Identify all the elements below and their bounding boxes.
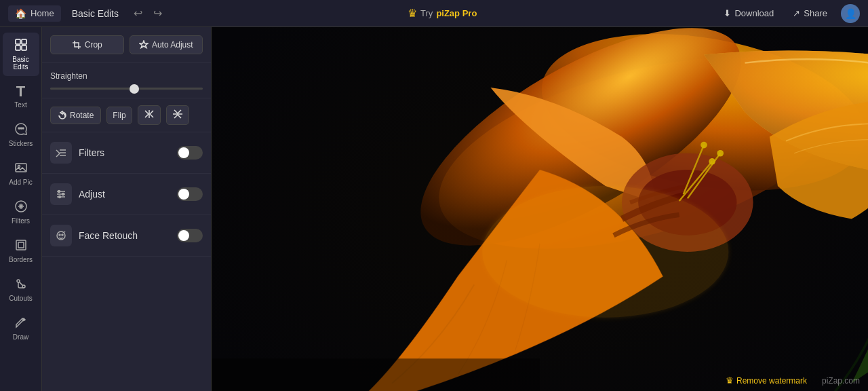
- transform-row: Rotate Flip: [42, 98, 211, 132]
- face-retouch-toggle-item[interactable]: Face Retouch: [42, 215, 211, 257]
- adjust-toggle-item[interactable]: Adjust: [42, 174, 211, 215]
- sidebar-item-draw[interactable]: Draw: [3, 310, 39, 346]
- sidebar-item-stickers[interactable]: Stickers: [3, 117, 39, 153]
- sidebar-label-stickers: Stickers: [9, 140, 33, 147]
- icon-sidebar: Basic Edits T Text Stickers: [0, 27, 42, 391]
- undo-redo-group: ↩ ↪: [130, 5, 166, 21]
- filters-icon-box: [50, 142, 72, 164]
- share-label: Share: [804, 8, 827, 18]
- invert-button[interactable]: [166, 105, 189, 125]
- face-retouch-icon-box: [50, 225, 72, 246]
- remove-watermark-label: Remove watermark: [736, 376, 807, 386]
- canvas-area: piZap.com ♛ Remove watermark: [212, 27, 868, 391]
- home-label: Home: [31, 8, 54, 18]
- crown-icon: ♛: [408, 7, 417, 20]
- filters-toggle-item[interactable]: Filters: [42, 132, 211, 174]
- borders-icon: [14, 238, 28, 254]
- share-icon: ↗: [793, 8, 800, 18]
- face-retouch-icon: [55, 229, 67, 242]
- download-button[interactable]: ⬇ Download: [718, 5, 779, 21]
- pizap-pro-label: piZap Pro: [436, 8, 477, 18]
- sidebar-item-cutouts[interactable]: Cutouts: [3, 272, 39, 308]
- undo-button[interactable]: ↩: [130, 5, 146, 21]
- adjust-toggle-knob: [178, 189, 189, 200]
- crop-button[interactable]: Crop: [50, 35, 124, 54]
- filters-label: Filters: [79, 147, 170, 158]
- share-button[interactable]: ↗ Share: [787, 5, 833, 21]
- sidebar-item-text[interactable]: T Text: [3, 79, 39, 114]
- svg-point-25: [62, 234, 63, 236]
- sidebar-label-text: Text: [14, 101, 26, 109]
- crown-small-icon: ♛: [726, 375, 734, 386]
- svg-point-12: [17, 280, 20, 282]
- svg-point-39: [482, 186, 728, 318]
- top-buttons: Crop Auto Adjust: [42, 27, 211, 63]
- svg-point-37: [709, 158, 715, 165]
- sidebar-label-add-pic: Add Pic: [9, 179, 32, 186]
- sidebar-item-borders[interactable]: Borders: [3, 233, 39, 269]
- face-retouch-toggle[interactable]: [177, 229, 203, 242]
- straighten-label: Straighten: [50, 71, 203, 81]
- sidebar-item-add-pic[interactable]: Add Pic: [3, 155, 39, 191]
- home-button[interactable]: 🏠 Home: [8, 5, 61, 22]
- svg-rect-1: [22, 39, 26, 44]
- svg-rect-2: [16, 45, 20, 50]
- draw-icon: [14, 316, 28, 331]
- header-left: 🏠 Home Basic Edits ↩ ↪: [8, 5, 166, 22]
- page-title: Basic Edits: [72, 8, 119, 19]
- flower-image: [212, 27, 868, 391]
- adjust-icon: [55, 188, 67, 200]
- svg-rect-10: [16, 240, 26, 250]
- svg-point-4: [18, 128, 20, 129]
- auto-adjust-button[interactable]: Auto Adjust: [130, 35, 203, 54]
- panel: Crop Auto Adjust Straighten Rotate: [42, 27, 212, 391]
- filters-icon: [55, 147, 67, 159]
- home-icon: 🏠: [15, 8, 26, 19]
- svg-rect-11: [18, 242, 24, 248]
- download-icon: ⬇: [724, 8, 731, 18]
- svg-rect-0: [16, 39, 20, 44]
- pro-badge[interactable]: ♛ Try piZap Pro: [408, 7, 477, 20]
- add-pic-icon: [14, 161, 28, 176]
- svg-rect-38: [212, 358, 540, 391]
- sidebar-label-filters: Filters: [12, 217, 30, 225]
- straighten-section: Straighten: [42, 63, 211, 98]
- slider-thumb[interactable]: [130, 84, 139, 94]
- flip-button[interactable]: Flip: [106, 107, 132, 124]
- header-right: ⬇ Download ↗ Share 👤: [718, 4, 860, 23]
- redo-button[interactable]: ↪: [149, 5, 166, 21]
- straighten-slider[interactable]: [50, 88, 203, 90]
- filters-toggle[interactable]: [177, 146, 203, 160]
- svg-line-14: [19, 282, 22, 285]
- sidebar-item-basic-edits[interactable]: Basic Edits: [3, 33, 39, 76]
- main-layout: Basic Edits T Text Stickers: [0, 27, 868, 391]
- svg-point-22: [59, 196, 61, 198]
- svg-point-6: [22, 128, 24, 129]
- rotate-button[interactable]: Rotate: [50, 107, 101, 124]
- svg-point-24: [59, 234, 60, 236]
- download-label: Download: [734, 8, 774, 18]
- svg-point-20: [58, 191, 60, 193]
- basic-edits-icon: [14, 38, 28, 54]
- face-retouch-label: Face Retouch: [79, 230, 170, 241]
- sidebar-label-draw: Draw: [13, 333, 28, 341]
- sidebar-label-cutouts: Cutouts: [9, 295, 32, 302]
- auto-adjust-icon: [139, 40, 149, 50]
- sidebar-label-borders: Borders: [9, 256, 33, 263]
- svg-point-5: [20, 128, 22, 129]
- adjust-label: Adjust: [79, 189, 170, 200]
- header-center: ♛ Try piZap Pro: [408, 7, 477, 20]
- rotate-icon: [58, 111, 67, 120]
- cutouts-icon: [14, 277, 28, 293]
- adjust-icon-box: [50, 183, 72, 205]
- remove-watermark-button[interactable]: ♛ Remove watermark: [726, 375, 807, 386]
- filters-sidebar-icon: [14, 200, 28, 215]
- flip-vertical-icon: [172, 109, 183, 119]
- avatar[interactable]: 👤: [841, 4, 860, 23]
- face-retouch-toggle-knob: [178, 230, 189, 241]
- sidebar-item-filters[interactable]: Filters: [3, 194, 39, 230]
- adjust-toggle[interactable]: [177, 187, 203, 201]
- svg-point-35: [717, 150, 724, 157]
- mirror-button[interactable]: [138, 105, 161, 125]
- flip-horizontal-icon: [144, 109, 155, 119]
